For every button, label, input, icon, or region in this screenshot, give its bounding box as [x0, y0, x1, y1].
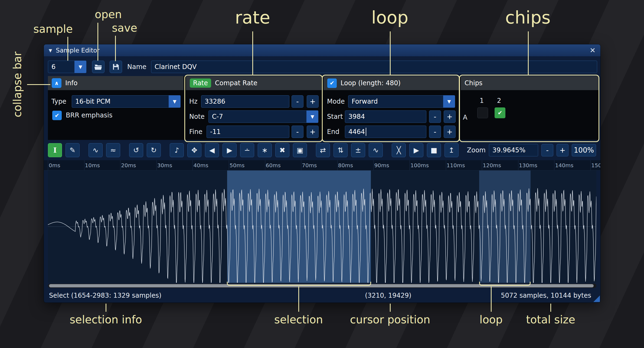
sample-number-select[interactable]: 6 ▼ — [48, 61, 86, 73]
loop-section: ✔ Loop (length: 480) Mode Forward ▼ Star… — [323, 76, 459, 140]
amplify-button[interactable]: ♪ — [170, 143, 184, 157]
fade-in-button[interactable]: ◀ — [205, 143, 219, 157]
chips-title: Chips — [465, 79, 482, 87]
make-wavetable-button[interactable]: ↥ — [444, 143, 459, 157]
zoom-label: Zoom — [467, 146, 486, 154]
chip-2-checkbox[interactable]: ✔ — [495, 107, 505, 118]
redo-button[interactable]: ↻ — [147, 143, 161, 157]
zoom-controls: Zoom 39.9645% - + 100% — [467, 144, 596, 156]
draw-tool-button[interactable]: ✎ — [66, 143, 80, 157]
chips-section: Chips 1 2 A ✔ — [461, 76, 599, 140]
brr-emphasis-checkbox[interactable]: ✔ — [52, 111, 62, 120]
ruler-label: 130ms — [519, 162, 537, 169]
name-input[interactable]: Clarinet DQV — [151, 61, 597, 73]
annotation-line — [390, 304, 391, 312]
trim-button[interactable]: ▣ — [293, 143, 307, 157]
crossfade-loop-button[interactable]: ≈ — [106, 143, 120, 157]
undo-button[interactable]: ↺ — [129, 143, 143, 157]
chevron-down-icon[interactable]: ▼ — [443, 95, 455, 108]
apply-silence-button[interactable]: ∗ — [258, 143, 272, 157]
chevron-down-icon[interactable]: ▼ — [74, 61, 86, 73]
ruler-label: 140ms — [555, 162, 573, 169]
loop-start-input[interactable]: 3984 — [345, 110, 426, 123]
hz-label: Hz — [189, 95, 198, 108]
chevron-down-icon[interactable]: ▼ — [169, 95, 181, 108]
annotation-line — [550, 304, 551, 312]
window-collapse-icon[interactable]: ▼ — [49, 48, 52, 53]
zoom-input[interactable]: 39.9645% — [489, 144, 538, 156]
info-section: ∧ Info Type 16-bit PCM ▼ ✔ BRR emphasis — [48, 76, 184, 140]
invert-button[interactable]: ⇅ — [334, 143, 348, 157]
scrollbar-thumb[interactable] — [49, 284, 594, 287]
sign-invert-button[interactable]: ± — [351, 143, 365, 157]
resample-button[interactable]: ∿ — [89, 143, 103, 157]
window-resize-grip[interactable] — [593, 296, 600, 302]
window-title: Sample Editor — [56, 47, 100, 54]
preview-button[interactable]: ▶ — [409, 143, 423, 157]
fine-plus-button[interactable]: + — [307, 126, 319, 138]
chip-1-checkbox[interactable] — [477, 107, 488, 118]
annotation-line — [106, 304, 106, 312]
delete-button[interactable]: ✖ — [275, 143, 289, 157]
zoom-in-button[interactable]: + — [557, 144, 568, 156]
insert-silence-button[interactable]: ∸ — [240, 143, 254, 157]
waveform-scrollbar[interactable] — [48, 284, 596, 288]
fade-out-button[interactable]: ▶ — [223, 143, 237, 157]
zoom-out-button[interactable]: - — [541, 144, 553, 156]
stop-preview-button[interactable]: ■ — [427, 143, 441, 157]
ruler-tick — [446, 160, 446, 170]
sample-type-select[interactable]: 16-bit PCM ▼ — [72, 95, 181, 108]
waveform-plot — [48, 170, 596, 283]
info-header: ∧ Info — [48, 76, 184, 90]
ruler-tick — [192, 160, 193, 170]
loop-header: ✔ Loop (length: 480) — [323, 76, 459, 90]
rate-badge[interactable]: Rate — [190, 78, 211, 88]
loop-start-minus-button[interactable]: - — [429, 110, 441, 123]
timeline-ruler: 0ms10ms20ms30ms40ms50ms60ms70ms80ms90ms1… — [44, 160, 600, 170]
ruler-label: 80ms — [338, 162, 353, 169]
collapse-info-button[interactable]: ∧ — [52, 78, 61, 88]
titlebar[interactable]: ▼ Sample Editor ✕ — [44, 44, 600, 56]
loop-end-label: End — [327, 126, 339, 138]
filter-button[interactable]: ∿ — [369, 143, 383, 157]
normalize-button[interactable]: ✥ — [187, 143, 201, 157]
ruler-label: 90ms — [374, 162, 389, 169]
ruler-tick — [518, 160, 518, 170]
ruler-tick — [337, 160, 338, 170]
chip-column-1-label: 1 — [480, 97, 484, 104]
zoom-value: 39.9645% — [492, 146, 525, 154]
save-button[interactable] — [110, 61, 122, 73]
hz-minus-button[interactable]: - — [292, 95, 303, 108]
loop-end-input[interactable]: 4464 — [345, 126, 426, 138]
loop-mode-select[interactable]: Forward ▼ — [348, 95, 455, 108]
hz-plus-button[interactable]: + — [307, 95, 319, 108]
hz-input[interactable]: 33286 — [201, 95, 289, 108]
select-tool-button[interactable]: I — [48, 143, 62, 157]
chevron-down-icon[interactable]: ▼ — [306, 110, 318, 123]
loop-start-value: 3984 — [348, 113, 365, 120]
note-select[interactable]: C-7 ▼ — [208, 110, 318, 123]
toolbar-buttons: I✎∿≈↺↻♪✥◀▶∸∗✖▣⇄⇅±∿╳▶■↥ — [48, 143, 462, 157]
sample-type-value: 16-bit PCM — [75, 98, 110, 105]
name-label: Name — [127, 61, 146, 73]
loop-end-minus-button[interactable]: - — [429, 126, 441, 138]
ruler-tick — [554, 160, 554, 170]
ruler-label: 20ms — [121, 162, 136, 169]
fine-minus-button[interactable]: - — [292, 126, 303, 138]
floppy-disk-icon — [112, 63, 120, 71]
open-button[interactable] — [92, 61, 104, 73]
waveform-area[interactable] — [48, 170, 596, 283]
ruler-label: 40ms — [193, 162, 208, 169]
zoom-reset-button[interactable]: 100% — [572, 144, 596, 156]
loop-end-value: 4464 — [348, 128, 365, 136]
reverse-button[interactable]: ⇄ — [316, 143, 330, 157]
fine-input[interactable]: -11 — [207, 126, 289, 138]
loop-start-plus-button[interactable]: + — [444, 110, 456, 123]
ruler-label: 100ms — [410, 162, 429, 169]
close-icon[interactable]: ✕ — [590, 46, 596, 54]
loop-enable-checkbox[interactable]: ✔ — [327, 78, 337, 88]
loop-end-plus-button[interactable]: + — [444, 126, 456, 138]
chip-row-label: A — [463, 114, 467, 121]
ruler-label: 50ms — [230, 162, 244, 169]
crossfade-button[interactable]: ╳ — [392, 143, 406, 157]
